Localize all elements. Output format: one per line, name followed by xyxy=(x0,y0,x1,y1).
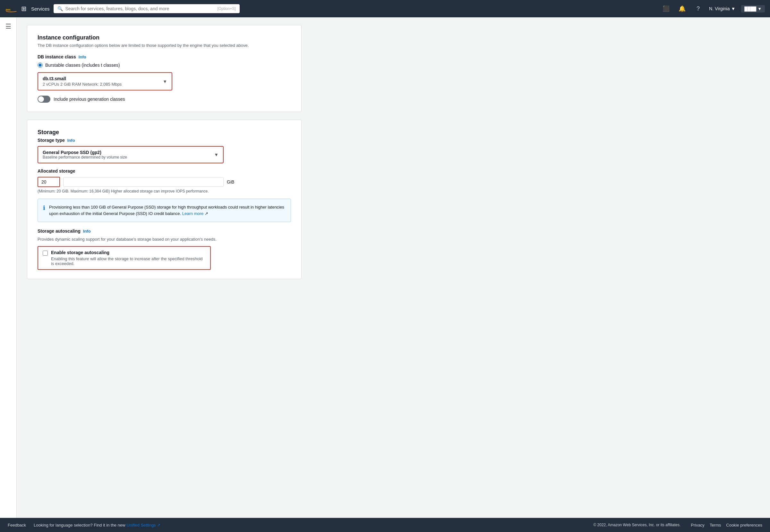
account-label: ████ xyxy=(744,6,756,11)
terminal-icon[interactable]: ⬛ xyxy=(661,4,671,14)
storage-type-sub: Baseline performance determined by volum… xyxy=(43,155,127,159)
autoscaling-info-link[interactable]: Info xyxy=(83,229,91,234)
autoscaling-checkbox-labels: Enable storage autoscaling Enabling this… xyxy=(51,250,206,266)
search-input[interactable] xyxy=(65,6,215,11)
autoscaling-checkbox-main-label: Enable storage autoscaling xyxy=(51,250,206,255)
region-selector[interactable]: N. Virginia ▼ xyxy=(709,6,735,11)
storage-info-box: ℹ Provisioning less than 100 GiB of Gene… xyxy=(38,199,291,222)
nav-right-group: ⬛ 🔔 ? N. Virginia ▼ ████ ▼ xyxy=(661,4,765,14)
allocated-storage-label: Allocated storage xyxy=(38,168,291,174)
instance-class-radio-group: Burstable classes (includes t classes) xyxy=(38,63,291,68)
autoscaling-checkbox-box: Enable storage autoscaling Enabling this… xyxy=(38,246,211,270)
info-box-ext-icon: ↗ xyxy=(205,211,208,216)
services-nav-label[interactable]: Services xyxy=(31,6,50,12)
search-bar[interactable]: 🔍 [Option+S] xyxy=(54,4,240,13)
burstable-radio-option[interactable]: Burstable classes (includes t classes) xyxy=(38,63,291,68)
svg-text:aws: aws xyxy=(5,8,11,11)
instance-type-select-arrow: ▼ xyxy=(163,79,167,84)
instance-specs: 2 vCPUs 2 GiB RAM Network: 2,085 Mbps xyxy=(43,82,122,87)
account-menu[interactable]: ████ ▼ xyxy=(741,5,765,13)
instance-type-select-content: db.t3.small 2 vCPUs 2 GiB RAM Network: 2… xyxy=(43,76,122,87)
instance-config-card: Instance configuration The DB instance c… xyxy=(27,25,302,112)
autoscaling-checkbox-sub-label: Enabling this feature will allow the sto… xyxy=(51,256,206,266)
storage-card: Storage Storage type Info General Purpos… xyxy=(27,120,302,279)
storage-title: Storage xyxy=(38,129,291,136)
storage-type-select-content: General Purpose SSD (gp2) Baseline perfo… xyxy=(43,150,127,159)
instance-config-subtitle: The DB instance configuration options be… xyxy=(38,43,291,48)
bell-icon[interactable]: 🔔 xyxy=(677,4,687,14)
storage-type-value: General Purpose SSD (gp2) xyxy=(43,150,127,155)
region-label: N. Virginia xyxy=(709,6,730,11)
storage-type-select-arrow: ▼ xyxy=(214,152,218,157)
instance-type-select[interactable]: db.t3.small 2 vCPUs 2 GiB RAM Network: 2… xyxy=(38,72,172,90)
enable-autoscaling-checkbox[interactable] xyxy=(43,251,48,256)
menu-icon[interactable]: ☰ xyxy=(5,22,11,30)
allocated-storage-hint: (Minimum: 20 GiB. Maximum: 16,384 GiB) H… xyxy=(38,189,291,193)
allocated-storage-input-row: GiB xyxy=(38,177,291,187)
allocated-storage-unit: GiB xyxy=(227,179,234,184)
page-layout: ☰ Instance configuration The DB instance… xyxy=(0,17,770,518)
info-box-content: Provisioning less than 100 GiB of Genera… xyxy=(49,204,286,217)
help-icon[interactable]: ? xyxy=(693,4,703,14)
burstable-radio-label: Burstable classes (includes t classes) xyxy=(45,63,120,68)
storage-type-label-row: Storage type Info xyxy=(38,138,291,143)
db-instance-class-label: DB instance class Info xyxy=(38,54,291,59)
instance-config-title: Instance configuration xyxy=(38,34,291,41)
instance-type-value: db.t3.small xyxy=(43,76,122,81)
region-arrow: ▼ xyxy=(731,6,735,11)
info-box-text: Provisioning less than 100 GiB of Genera… xyxy=(49,205,284,216)
aws-logo-group: aws xyxy=(5,3,17,15)
grid-icon[interactable]: ⊞ xyxy=(21,5,27,13)
autoscaling-subtitle: Provides dynamic scaling support for you… xyxy=(38,237,291,242)
autoscaling-label-row: Storage autoscaling Info xyxy=(38,228,291,234)
account-arrow: ▼ xyxy=(757,6,762,11)
search-shortcut: [Option+S] xyxy=(217,6,235,11)
autoscaling-checkbox-row: Enable storage autoscaling Enabling this… xyxy=(43,250,206,266)
info-box-link[interactable]: Learn more xyxy=(182,211,203,216)
top-navigation: aws ⊞ Services 🔍 [Option+S] ⬛ 🔔 ? N. Vir… xyxy=(0,0,770,17)
db-instance-class-info-link[interactable]: Info xyxy=(79,55,86,59)
storage-type-info-link[interactable]: Info xyxy=(67,138,75,143)
main-content: Instance configuration The DB instance c… xyxy=(17,17,312,518)
allocated-storage-input[interactable] xyxy=(38,177,60,187)
aws-logo-icon: aws xyxy=(5,3,17,15)
search-icon: 🔍 xyxy=(57,6,63,11)
prev-gen-toggle[interactable] xyxy=(38,96,50,103)
burstable-radio[interactable] xyxy=(38,63,43,68)
prev-gen-toggle-row: Include previous generation classes xyxy=(38,96,291,103)
prev-gen-label: Include previous generation classes xyxy=(54,97,125,102)
sidebar: ☰ xyxy=(0,17,17,518)
storage-type-select[interactable]: General Purpose SSD (gp2) Baseline perfo… xyxy=(38,146,224,163)
allocated-storage-input-full[interactable] xyxy=(63,177,224,187)
info-box-icon: ℹ xyxy=(43,204,45,217)
